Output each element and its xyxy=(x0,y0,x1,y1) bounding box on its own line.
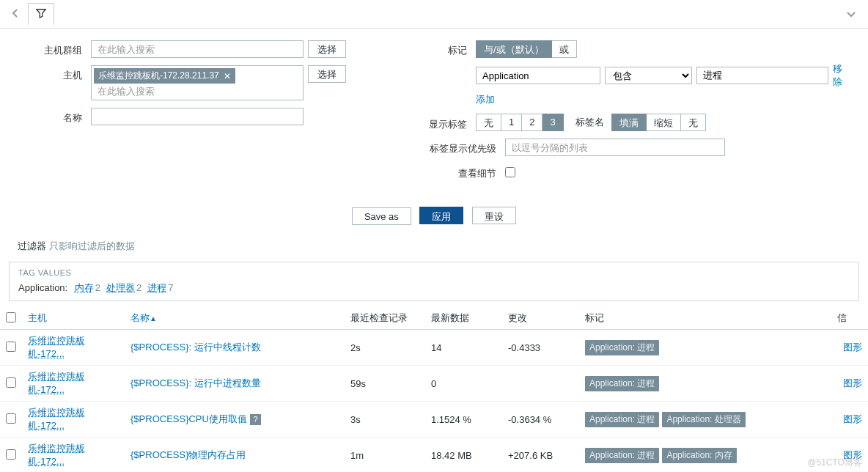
graph-link[interactable]: 图形 xyxy=(843,413,862,424)
header-name[interactable]: 名称▲ xyxy=(130,312,157,323)
host-link[interactable]: 乐维监控跳板机-172... xyxy=(28,335,85,359)
show-tags-label: 显示标签 xyxy=(417,114,476,131)
tags-label: 标记 xyxy=(417,40,476,57)
apply-button[interactable]: 应用 xyxy=(419,207,463,224)
reset-button[interactable]: 重设 xyxy=(472,207,516,224)
table-row: 乐维监控跳板机-172... {$PROCESS}CPU使用取值? 3s 1.1… xyxy=(0,402,868,438)
last-data-cell: 1.1524 % xyxy=(425,402,502,438)
show-tags-3[interactable]: 3 xyxy=(542,114,563,131)
tag-val-input[interactable] xyxy=(696,67,828,84)
item-name-link[interactable]: {$PROCESS}: 运行中线程计数 xyxy=(130,342,261,353)
tag-mode-or[interactable]: 或 xyxy=(552,40,577,58)
priority-label: 标签显示优先级 xyxy=(417,139,505,155)
host-link[interactable]: 乐维监控跳板机-172... xyxy=(28,371,85,395)
tag-badge: Application: 进程 xyxy=(585,412,659,427)
header-info: 信 xyxy=(831,307,868,330)
host-group-select-button[interactable]: 选择 xyxy=(308,40,346,58)
tag-value-count: 7 xyxy=(168,282,173,293)
row-checkbox[interactable] xyxy=(6,342,16,352)
item-name-link[interactable]: {$PROCESS}: 运行中进程数量 xyxy=(130,377,261,388)
show-tags-none[interactable]: 无 xyxy=(476,114,501,131)
collapse-chevron-icon[interactable] xyxy=(843,6,859,23)
name-label: 名称 xyxy=(18,108,91,125)
last-check-cell: 2s xyxy=(345,330,425,366)
tag-value-link[interactable]: 进程 xyxy=(147,282,166,293)
tag-value-link[interactable]: 处理器 xyxy=(106,282,135,293)
table-row: 乐维监控跳板机-172... {$PROCESS}: 运行中进程数量 59s 0… xyxy=(0,366,868,402)
tag-badge: Application: 进程 xyxy=(585,340,659,355)
host-input[interactable] xyxy=(93,84,301,98)
last-data-cell: 0 xyxy=(425,366,502,402)
tag-badge: Application: 内存 xyxy=(662,448,736,463)
tag-name-short[interactable]: 缩短 xyxy=(647,114,681,131)
tag-value-count: 2 xyxy=(95,282,100,293)
header-change: 更改 xyxy=(502,307,579,330)
filters-hint: 只影响过滤后的数据 xyxy=(49,240,135,251)
host-group-input[interactable] xyxy=(91,40,304,58)
tag-op-select[interactable]: 包含 xyxy=(605,67,692,84)
funnel-icon xyxy=(36,8,46,18)
filter-tab[interactable] xyxy=(28,3,54,25)
last-check-cell: 3s xyxy=(345,402,425,438)
add-tag-rule[interactable]: 添加 xyxy=(476,94,495,105)
show-tags-1[interactable]: 1 xyxy=(501,114,522,131)
data-table: 主机 名称▲ 最近检查记录 最新数据 更改 标记 信 乐维监控跳板机-172..… xyxy=(0,307,868,472)
tag-name-none[interactable]: 无 xyxy=(681,114,706,131)
tag-badge: Application: 进程 xyxy=(585,448,659,463)
tag-values-box: TAG VALUES Application: 内存2处理器2进程7 xyxy=(9,262,859,301)
remove-host-tag-icon[interactable]: ✕ xyxy=(224,71,231,81)
priority-input[interactable] xyxy=(505,139,725,156)
change-cell: -0.4333 xyxy=(502,330,579,366)
tag-values-title: TAG VALUES xyxy=(18,268,850,277)
remove-tag-rule[interactable]: 移除 xyxy=(833,62,850,89)
host-group-label: 主机群组 xyxy=(18,40,91,57)
graph-link[interactable]: 图形 xyxy=(843,377,862,388)
host-link[interactable]: 乐维监控跳板机-172... xyxy=(28,407,85,431)
row-checkbox[interactable] xyxy=(6,413,16,424)
filters-label: 过滤器 xyxy=(18,240,46,251)
last-data-cell: 18.42 MB xyxy=(425,438,502,473)
table-row: 乐维监控跳板机-172... {$PROCESS}物理内存占用 1m 18.42… xyxy=(0,438,868,473)
graph-link[interactable]: 图形 xyxy=(843,342,862,353)
tag-key-input[interactable] xyxy=(476,67,600,84)
filter-panel: 主机群组 选择 主机 乐维监控跳板机-172.28.211.37✕ 选择 名称 xyxy=(0,29,868,199)
back-chevron-icon[interactable] xyxy=(9,5,22,23)
tag-name-full[interactable]: 填满 xyxy=(611,114,647,131)
row-checkbox[interactable] xyxy=(6,449,16,460)
header-tags: 标记 xyxy=(579,307,831,330)
help-icon[interactable]: ? xyxy=(250,414,261,425)
last-check-cell: 59s xyxy=(345,366,425,402)
host-tag: 乐维监控跳板机-172.28.211.37✕ xyxy=(94,68,235,84)
show-tags-2[interactable]: 2 xyxy=(522,114,542,131)
header-host[interactable]: 主机 xyxy=(28,312,47,323)
select-all-checkbox[interactable] xyxy=(6,312,16,322)
tag-values-key: Application: xyxy=(18,282,67,293)
save-as-button[interactable]: Save as xyxy=(352,207,411,225)
last-data-cell: 14 xyxy=(425,330,502,366)
header-last-check: 最近检查记录 xyxy=(345,307,425,330)
details-label: 查看细节 xyxy=(417,163,505,180)
tag-badge: Application: 处理器 xyxy=(662,412,745,427)
header-last-data: 最新数据 xyxy=(425,307,502,330)
change-cell: -0.3634 % xyxy=(502,402,579,438)
host-label: 主机 xyxy=(18,65,91,82)
name-input[interactable] xyxy=(91,108,304,125)
tag-value-link[interactable]: 内存 xyxy=(75,282,94,293)
item-name-link[interactable]: {$PROCESS}物理内存占用 xyxy=(130,449,246,460)
details-checkbox[interactable] xyxy=(505,167,515,177)
host-link[interactable]: 乐维监控跳板机-172... xyxy=(28,443,85,467)
tag-mode-andor[interactable]: 与/或（默认） xyxy=(476,40,552,58)
change-cell: +207.6 KB xyxy=(502,438,579,473)
change-cell xyxy=(502,366,579,402)
sort-asc-icon: ▲ xyxy=(150,314,157,322)
watermark: @51CTO博客 xyxy=(807,457,862,469)
tag-name-label: 标签名 xyxy=(575,116,611,129)
tag-badge: Application: 进程 xyxy=(585,376,659,391)
tag-value-count: 2 xyxy=(136,282,141,293)
row-checkbox[interactable] xyxy=(6,377,16,388)
host-select-button[interactable]: 选择 xyxy=(308,65,346,83)
host-multiselect[interactable]: 乐维监控跳板机-172.28.211.37✕ xyxy=(91,65,304,100)
table-row: 乐维监控跳板机-172... {$PROCESS}: 运行中线程计数 2s 14… xyxy=(0,330,868,366)
item-name-link[interactable]: {$PROCESS}CPU使用取值 xyxy=(130,413,247,424)
last-check-cell: 1m xyxy=(345,438,425,473)
